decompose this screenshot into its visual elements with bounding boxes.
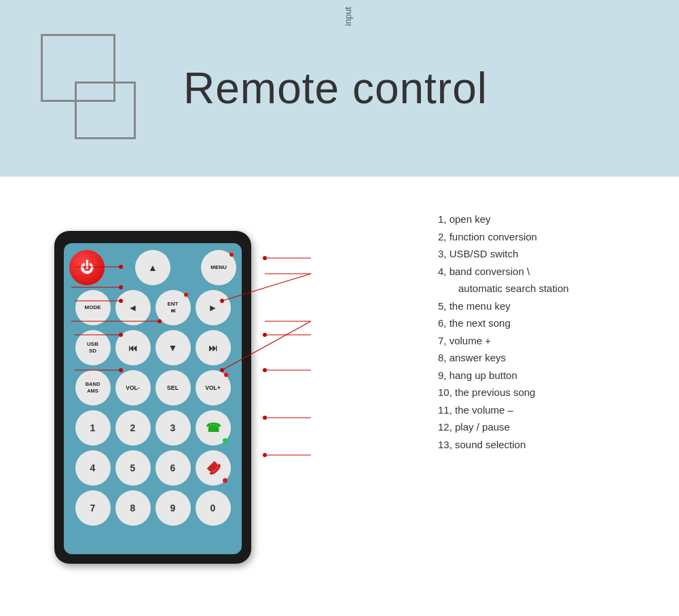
mode-button[interactable]: MODE (75, 290, 111, 325)
remote-row-2: MODE ◄ ENT⏯ ► (69, 290, 236, 325)
remote-row-4: BANDAMS VOL- SEL VOL+ (69, 370, 236, 405)
next-button[interactable]: ⏭ (196, 330, 231, 365)
up-button[interactable]: ▲ (135, 250, 170, 285)
legend-item-6: 6, the next song (435, 314, 665, 332)
remote-row-3: USBSD ⏮ ▼ ⏭ (69, 330, 236, 365)
legend-item-4b: automatic search station (435, 280, 665, 297)
remote-device: ⏻ ▲ MENU MODE ◄ ENT⏯ ► USBSD ⏮ ▼ ⏭ (54, 231, 251, 564)
legend-item-11: 11, the volume – (435, 401, 665, 419)
num-2-button[interactable]: 2 (115, 410, 151, 446)
legend-item-4: 4, band conversion \ (435, 263, 665, 280)
num-0-button[interactable]: 0 (196, 490, 231, 526)
num-7-button[interactable]: 7 (75, 490, 111, 526)
power-button[interactable]: ⏻ (69, 250, 105, 285)
vol-plus-button[interactable]: VOL+ (196, 370, 231, 405)
legend: 1, open key 2, function conversion 3, US… (435, 211, 665, 453)
legend-item-1: 1, open key (435, 211, 665, 228)
legend-item-5: 5, the menu key (435, 297, 665, 315)
header-logo (41, 34, 115, 102)
down-button[interactable]: ▼ (155, 330, 191, 365)
num-1-button[interactable]: 1 (75, 410, 111, 446)
remote-diagram: 1 2 10 3 11 4 5 12 6 13 7 8 9 ⏻ ▲ MENU M… (54, 211, 251, 584)
legend-item-10: 10, the previous song (435, 384, 665, 401)
svg-point-25 (263, 416, 267, 420)
num-3-button[interactable]: 3 (155, 410, 191, 446)
remote-row-7: 7 8 9 0 (69, 490, 236, 526)
right-button[interactable]: ► (196, 290, 231, 325)
remote-row-5: 1 2 3 ☎ (69, 410, 236, 446)
legend-item-9: 9, hang up button (435, 367, 665, 384)
usbsd-button[interactable]: USBSD (75, 330, 111, 365)
legend-item-8: 8, answer keys (435, 349, 665, 367)
input-label: input (343, 7, 353, 26)
legend-item-12: 12, play / pause (435, 418, 665, 436)
num-4-button[interactable]: 4 (75, 450, 111, 486)
num-9-button[interactable]: 9 (155, 490, 191, 526)
answer-button[interactable]: ☎ (196, 410, 231, 446)
remote-screen: ⏻ ▲ MENU MODE ◄ ENT⏯ ► USBSD ⏮ ▼ ⏭ (64, 243, 242, 554)
enter-button[interactable]: ENT⏯ (155, 290, 191, 325)
legend-item-13: 13, sound selection (435, 436, 665, 454)
vol-minus-button[interactable]: VOL- (115, 370, 151, 405)
logo-square-small (75, 81, 136, 139)
band-button[interactable]: BANDAMS (75, 370, 111, 405)
sel-button[interactable]: SEL (155, 370, 191, 405)
hangup-button[interactable]: ☎ (196, 450, 231, 486)
svg-point-27 (263, 453, 267, 457)
legend-item-3: 3, USB/SD switch (435, 245, 665, 263)
num-5-button[interactable]: 5 (115, 450, 151, 486)
page-title: Remote control (183, 63, 488, 113)
remote-row-1: ⏻ ▲ MENU (69, 250, 236, 285)
remote-row-6: 4 5 6 ☎ (69, 450, 236, 486)
svg-point-13 (263, 256, 267, 260)
num-8-button[interactable]: 8 (115, 490, 151, 526)
header-banner: Remote control (0, 0, 679, 177)
menu-button[interactable]: MENU (201, 250, 236, 285)
num-6-button[interactable]: 6 (155, 450, 191, 486)
svg-point-18 (263, 333, 267, 337)
svg-point-23 (263, 368, 267, 372)
left-button[interactable]: ◄ (115, 290, 151, 325)
legend-item-7: 7, volume + (435, 332, 665, 350)
prev-button[interactable]: ⏮ (115, 330, 151, 365)
legend-item-2: 2, function conversion (435, 228, 665, 246)
